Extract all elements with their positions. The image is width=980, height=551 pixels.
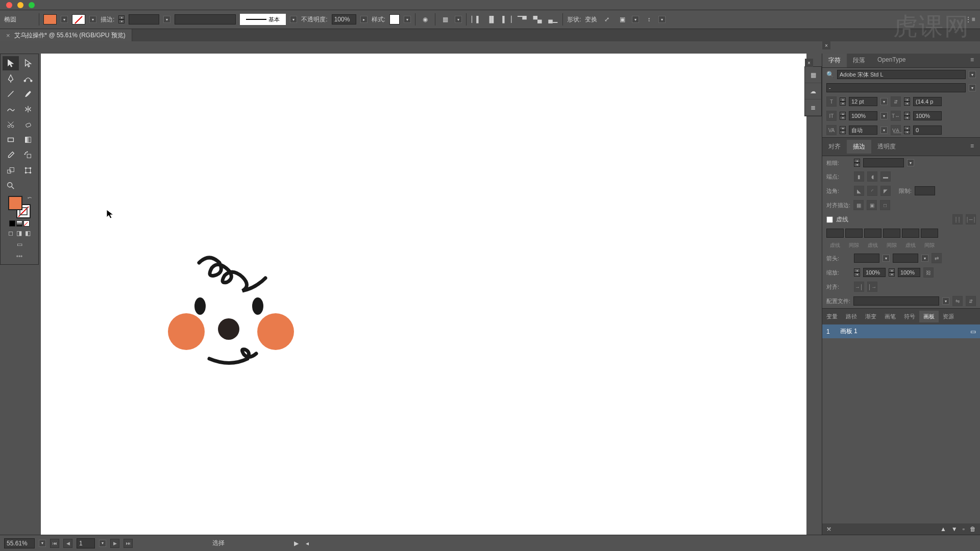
shaper-tool[interactable] (3, 102, 19, 116)
tab-opentype[interactable]: OpenType (871, 54, 912, 67)
gap3-input[interactable] (921, 229, 938, 238)
delete-artboard-icon[interactable]: 🗑 (970, 525, 976, 533)
draw-inside-icon[interactable]: ◧ (25, 230, 31, 237)
align-vcenter-icon[interactable]: ▀▄ (532, 14, 543, 25)
new-artboard-icon[interactable]: ▫ (963, 525, 965, 533)
align-src-icon[interactable]: ▦ (439, 14, 451, 25)
free-transform-tool[interactable] (20, 163, 36, 178)
tab-brushes[interactable]: 画笔 (880, 311, 900, 322)
stroke-profile-preview[interactable]: 基本 (240, 14, 286, 25)
style-dd-icon[interactable]: ▾ (404, 16, 411, 23)
align-right-icon[interactable]: ▌▕ (501, 14, 512, 25)
font-style-dd-icon[interactable]: ▾ (969, 84, 976, 91)
crop-dd-icon[interactable]: ▾ (632, 16, 639, 23)
stroke-weight-input[interactable] (129, 14, 159, 24)
preferences-icon[interactable]: ⋮≡ (965, 14, 976, 25)
arrange-dd-icon[interactable]: ▾ (658, 16, 666, 23)
align-stroke-center-icon[interactable]: ▦ (853, 200, 864, 210)
draw-normal-icon[interactable]: ◻ (8, 230, 13, 237)
arrow-start-dd[interactable]: ▾ (883, 255, 890, 262)
curvature-tool[interactable] (20, 71, 36, 86)
arrow-align-end-icon[interactable]: │→ (867, 282, 877, 292)
artboard-nav-input[interactable] (77, 538, 95, 548)
font-size-input[interactable] (849, 97, 877, 106)
join-round-icon[interactable]: ◜ (867, 186, 877, 196)
document-tab[interactable]: × 艾乌拉操作* @ 55.61% (RGB/GPU 预览) (0, 29, 132, 42)
link-scale-icon[interactable]: ⛓ (923, 267, 934, 278)
pen-tool[interactable] (3, 71, 19, 86)
leading-input[interactable] (913, 97, 942, 106)
status-scroll-left-icon[interactable]: ◂ (306, 540, 309, 547)
fill-color-box[interactable] (8, 196, 22, 210)
sw-spinner[interactable]: ▴▾ (854, 159, 860, 167)
draw-behind-icon[interactable]: ◨ (16, 230, 22, 237)
panel-close-icon[interactable]: × (822, 41, 830, 49)
color-mode-gradient[interactable] (16, 220, 22, 227)
arrange-icon[interactable]: ↕ (643, 14, 654, 25)
flip-x-icon[interactable]: ⇋ (952, 296, 963, 306)
tab-assets[interactable]: 资源 (939, 311, 958, 322)
arrow-scale2-input[interactable] (898, 268, 920, 277)
close-window-icon[interactable] (6, 2, 12, 8)
zoom-tool[interactable] (3, 179, 19, 193)
fill-color-swatch[interactable] (43, 14, 57, 24)
arrow-align-tip-icon[interactable]: →│ (854, 282, 864, 292)
fill-dropdown-icon[interactable]: ▾ (61, 16, 68, 23)
cap-butt-icon[interactable]: ▮ (854, 171, 864, 182)
dash3-input[interactable] (902, 229, 919, 238)
next-artboard-icon[interactable]: ▶ (110, 539, 119, 548)
recolor-icon[interactable]: ◉ (420, 14, 431, 25)
prev-artboard-icon[interactable]: ◀ (63, 539, 72, 548)
direct-selection-tool[interactable] (20, 56, 36, 70)
stroke-vardash-input[interactable] (175, 14, 236, 24)
stroke-dropdown-icon[interactable]: ▾ (89, 16, 96, 23)
arrow-start-input[interactable] (854, 254, 879, 263)
gap2-input[interactable] (883, 229, 900, 238)
graphic-style-swatch[interactable] (389, 14, 400, 24)
cap-round-icon[interactable]: ◖ (867, 171, 877, 182)
rectangle-tool[interactable] (3, 133, 19, 147)
flip-y-icon[interactable]: ⇵ (966, 296, 976, 306)
libraries-panel-icon[interactable]: ☁ (805, 83, 821, 99)
arrowscale1-spinner[interactable]: ▴▾ (854, 268, 860, 277)
font-size-dd[interactable]: ▾ (880, 98, 888, 105)
maximize-window-icon[interactable] (29, 2, 35, 8)
arrow-end-dd[interactable]: ▾ (921, 255, 928, 262)
gradient-tool[interactable] (20, 133, 36, 147)
font-size-spinner[interactable]: ▴▾ (840, 97, 846, 106)
scale-tool[interactable] (3, 163, 19, 178)
tab-align[interactable]: 对齐 (822, 140, 847, 154)
align-top-icon[interactable]: ▔▀ (517, 14, 528, 25)
vscale-spinner[interactable]: ▴▾ (840, 112, 846, 120)
stroke-weight-spinner[interactable]: ▴▾ (118, 15, 125, 23)
tracking-input[interactable] (913, 126, 942, 135)
swap-arrow-icon[interactable]: ⇄ (932, 253, 942, 263)
font-style-input[interactable] (826, 83, 966, 92)
dock-close-icon[interactable]: × (805, 59, 813, 67)
move-up-icon[interactable]: ▲ (940, 525, 946, 533)
join-miter-icon[interactable]: ◣ (854, 186, 864, 196)
line-tool[interactable] (3, 87, 19, 101)
stroke-panel-menu-icon[interactable]: ≡ (964, 140, 980, 154)
dash-checkbox[interactable] (826, 216, 833, 223)
kerning-input[interactable] (849, 126, 877, 135)
properties-panel-icon[interactable]: ▦ (805, 67, 821, 83)
reflect-tool[interactable] (20, 102, 36, 116)
artboard-canvas[interactable] (41, 54, 806, 547)
selection-tool[interactable] (3, 56, 19, 70)
tab-stroke[interactable]: 描边 (847, 140, 871, 154)
artboard-nav-dd-icon[interactable]: ▾ (99, 540, 106, 547)
dash1-input[interactable] (826, 229, 844, 238)
arrow-end-input[interactable] (893, 254, 918, 263)
font-family-input[interactable] (837, 70, 966, 79)
minimize-window-icon[interactable] (17, 2, 23, 8)
eraser-tool[interactable] (20, 117, 36, 132)
tab-variables[interactable]: 变量 (822, 311, 842, 322)
search-icon[interactable]: 🔍 (826, 71, 834, 78)
artboard-list-item[interactable]: 1 画板 1 ▭ (822, 324, 980, 338)
profile-dd[interactable]: ▾ (942, 297, 949, 305)
swap-colors-icon[interactable]: ⤺ (28, 195, 32, 201)
align-left-icon[interactable]: ▏▌ (471, 14, 482, 25)
dash2-input[interactable] (864, 229, 881, 238)
stroke-color-swatch[interactable] (72, 14, 85, 24)
